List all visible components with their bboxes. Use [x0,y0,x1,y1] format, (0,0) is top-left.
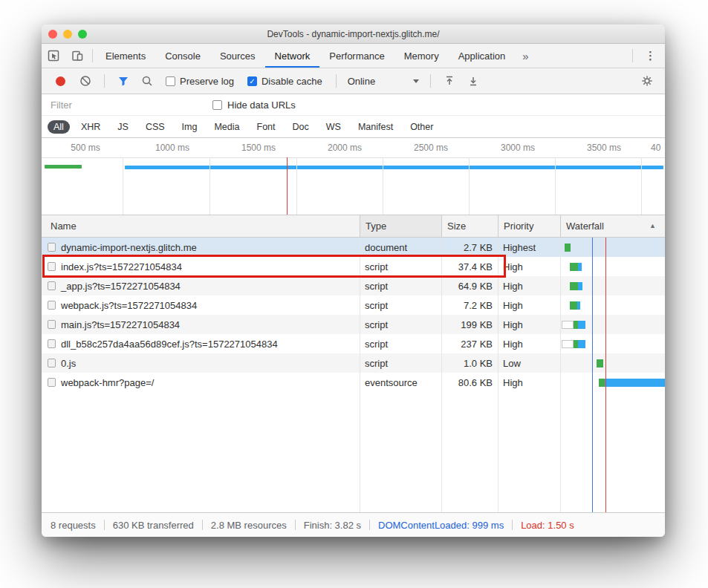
preserve-log-checkbox[interactable]: ✓ [166,76,175,86]
cell-size: 2.7 KB [441,242,498,253]
cell-size: 1.0 KB [441,358,498,369]
waterfall-bar-stalled [562,340,574,348]
file-icon [48,320,56,329]
timeline-overview[interactable]: 500 ms1000 ms1500 ms2000 ms2500 ms3000 m… [42,138,665,215]
timeline-gridline [555,157,556,215]
download-icon [467,75,479,87]
settings-button[interactable] [641,75,653,87]
file-icon [48,243,56,252]
request-name: _app.js?ts=1572271054834 [61,281,181,292]
table-row[interactable]: dll_b58c257da4aa56d89cef.js?ts=157227105… [42,334,665,353]
network-toolbar: ✓ Preserve log ✓ Disable cache Online [42,68,665,94]
type-filter-manifest[interactable]: Manifest [352,120,399,134]
cell-type: document [360,242,441,253]
type-filter-media[interactable]: Media [208,120,245,134]
timeline-tick: 2000 ms [328,143,362,153]
status-domcontentloaded: DOMContentLoaded: 999 ms [378,520,504,531]
type-filter-all[interactable]: All [48,120,70,134]
export-har-button[interactable] [467,75,479,87]
filter-input[interactable] [51,99,192,111]
clear-button[interactable] [79,75,91,87]
tab-network[interactable]: Network [265,44,320,68]
column-header-waterfall[interactable]: Waterfall ▲ [560,215,665,237]
waterfall-load-line [605,238,606,512]
request-name: webpack-hmr?page=/ [61,377,154,388]
file-icon [48,301,56,310]
waterfall-bar-green [570,263,578,271]
device-toolbar-button[interactable] [65,44,89,68]
more-tabs-button[interactable]: » [515,44,536,68]
zoom-window-button[interactable] [78,30,87,39]
table-row[interactable]: webpack.js?ts=1572271054834script7.2 KBH… [42,295,665,315]
table-row[interactable]: main.js?ts=1572271054834script199 KBHigh [42,315,665,334]
timeline-tick: 40 [651,143,660,153]
type-filter-img[interactable]: Img [176,120,204,134]
waterfall-bar-stalled [562,321,574,329]
traffic-lights [48,30,87,39]
devtools-menu-button[interactable]: ⋮ [636,44,665,68]
sort-ascending-icon: ▲ [649,215,656,237]
gear-icon [641,75,653,87]
type-filter-font[interactable]: Font [251,120,282,134]
disable-cache-checkbox[interactable]: ✓ [247,76,257,86]
timeline-gridline [123,157,123,215]
filter-toggle-button[interactable] [117,75,129,87]
cell-priority: Highest [498,242,560,253]
timeline-tick: 500 ms [71,143,100,153]
timeline-tick: 3000 ms [501,143,535,153]
hide-data-urls-checkbox[interactable]: ✓ [212,100,222,110]
waterfall-bar-blue [578,282,582,290]
cell-type: eventsource [360,377,441,388]
throttling-select[interactable]: Online [348,76,419,87]
tab-sources[interactable]: Sources [210,44,265,68]
cell-size: 64.9 KB [441,281,498,292]
column-divider [360,238,360,512]
timeline-gridline [469,157,470,215]
file-icon [48,359,56,368]
type-filter-other[interactable]: Other [404,120,439,134]
overview-bar-green [45,165,82,169]
type-filter-ws[interactable]: WS [320,120,347,134]
tab-application[interactable]: Application [449,44,516,68]
overview-bar-blue [125,166,663,169]
status-transferred: 630 KB transferred [113,520,194,531]
import-har-button[interactable] [444,75,455,87]
close-window-button[interactable] [48,30,57,39]
type-filter-doc[interactable]: Doc [287,120,315,134]
minimize-window-button[interactable] [63,30,72,39]
record-button[interactable] [56,76,65,86]
inspect-element-button[interactable] [42,44,65,68]
column-header-priority[interactable]: Priority [498,215,560,237]
waterfall-dcl-line [592,238,593,512]
highlight-annotation-box [42,255,506,278]
cell-waterfall [560,295,665,315]
type-filter-js[interactable]: JS [111,120,134,134]
waterfall-header-label: Waterfall [566,220,604,232]
status-separator [369,520,370,530]
preserve-log-toggle[interactable]: ✓ Preserve log [166,76,234,87]
column-header-type[interactable]: Type [360,215,441,237]
cell-name: webpack.js?ts=1572271054834 [42,300,360,311]
table-row[interactable]: webpack-hmr?page=/eventsource80.6 KBHigh [42,373,665,392]
cell-priority: Low [498,358,560,369]
window-titlebar: DevTools - dynamic-import-nextjs.glitch.… [42,24,665,44]
table-row[interactable]: 0.jsscript1.0 KBLow [42,353,665,373]
tab-elements[interactable]: Elements [96,44,155,68]
disable-cache-toggle[interactable]: ✓ Disable cache [247,76,322,87]
type-filter-xhr[interactable]: XHR [75,120,106,134]
tabbar-separator [92,49,93,62]
table-row[interactable]: _app.js?ts=1572271054834script64.9 KBHig… [42,276,665,295]
file-icon [48,378,56,387]
tab-performance[interactable]: Performance [319,44,394,68]
type-filter-css[interactable]: CSS [140,120,171,134]
status-separator [104,520,105,530]
tab-memory[interactable]: Memory [394,44,449,68]
column-header-size[interactable]: Size [441,215,498,237]
column-divider [441,238,442,512]
column-header-name[interactable]: Name [42,215,360,237]
search-button[interactable] [141,75,153,87]
tabbar-right: ⋮ [629,44,665,68]
hide-data-urls-toggle[interactable]: ✓ Hide data URLs [212,99,296,111]
cell-name: dll_b58c257da4aa56d89cef.js?ts=157227105… [42,339,360,350]
tab-console[interactable]: Console [155,44,210,68]
